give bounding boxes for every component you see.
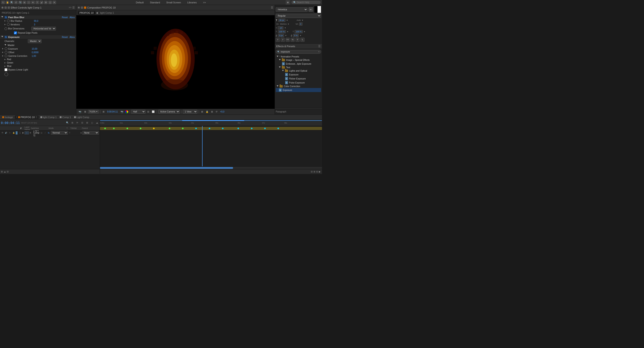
channels-dropdown[interactable]: Master Red Green Blue [28, 39, 42, 43]
hand-tool[interactable]: ✋ [6, 1, 9, 4]
image-special-effects-folder[interactable]: Image – Special Effects [276, 58, 321, 62]
tl-bottom-icon2[interactable]: ☁ [4, 170, 6, 173]
profog10-tab-close[interactable]: × [16, 116, 18, 118]
layer-1-eye[interactable]: 👁 [1, 131, 4, 134]
panel-close-btn[interactable]: × [1, 6, 4, 9]
views-dropdown[interactable]: 1 View 2 Views 4 Views [183, 110, 198, 114]
zoom-tool[interactable]: 🔍 [10, 1, 14, 4]
color-correction-triangle[interactable] [277, 85, 278, 88]
effects-presets-menu[interactable]: ☰ [318, 45, 321, 48]
effects-search-clear[interactable]: × [318, 50, 320, 53]
playhead[interactable] [202, 126, 202, 166]
offset-value[interactable]: 0,0000 [32, 51, 38, 54]
animation-presets-root[interactable]: * Animation Presets [276, 55, 321, 58]
track-bar-1[interactable] [100, 127, 322, 130]
timeline-ctrl-1[interactable]: ⊞ [70, 121, 74, 124]
timeline-tab-comp1[interactable]: Comp 1 [58, 116, 72, 119]
offset-stopwatch[interactable] [5, 51, 8, 54]
search-input[interactable] [297, 1, 317, 4]
puppet-tool[interactable]: ✦ [52, 1, 56, 4]
pulse-exposure-file[interactable]: fx Pulse Exposure [276, 80, 321, 85]
timeline-tab-profog10[interactable]: × PROFOG 10 ☰ [15, 116, 38, 119]
workspace-libraries[interactable]: Libraries [186, 1, 198, 4]
bypass-checkbox[interactable] [4, 68, 8, 71]
baseline-value[interactable]: 0 px [278, 34, 284, 37]
iterations-value[interactable]: 3 [34, 23, 35, 26]
comp-resolution-icon[interactable]: ⊞ [102, 110, 105, 113]
layer-1-sw1[interactable]: ⊟ [40, 131, 43, 134]
tl-right-icon2[interactable]: ⊞ [314, 170, 315, 173]
effects-search-input[interactable] [281, 50, 317, 53]
anchor-tool[interactable]: ⊕ [23, 1, 26, 4]
spacing-value[interactable]: - px [278, 26, 284, 30]
comp-close[interactable]: × [78, 6, 80, 9]
timeline-timecode[interactable]: 0:00:04:11 [1, 121, 20, 124]
layer-1-parent-select[interactable]: None [82, 131, 99, 135]
workspace-default[interactable]: Default [135, 1, 144, 4]
fbb-about[interactable]: Abou [70, 16, 75, 19]
comp-monitor-icon[interactable]: 🖥 [83, 110, 87, 113]
panel-icon[interactable] [4, 6, 7, 9]
blue-triangle[interactable] [4, 66, 6, 67]
comp-tab-lightcomp1[interactable]: light Comp 1 [98, 11, 116, 14]
blur-dim-stopwatch[interactable] [4, 28, 7, 30]
exposure-file-2[interactable]: fx Exposure [276, 88, 321, 92]
text-fmt-t3[interactable]: TT [286, 38, 290, 42]
exposure-file-1[interactable]: fx Exposure [276, 72, 321, 76]
panel-expand[interactable]: >> [69, 6, 72, 9]
workspace-standard[interactable]: Standard [149, 1, 161, 4]
zoom-dropdown[interactable]: 74,6% ▼ [88, 110, 99, 114]
layer-1-solo[interactable]: S [8, 131, 12, 134]
layer-1-expand[interactable] [22, 132, 24, 134]
color-swatch[interactable] [314, 6, 321, 13]
comp-offset[interactable]: +0,0 [219, 110, 226, 113]
timeline-ctrl-2[interactable]: ⟳ [76, 121, 79, 124]
color-correction-folder[interactable]: Color Correction [276, 85, 321, 88]
comp-timecode[interactable]: 0:00:04:11 [106, 110, 118, 113]
blur-radius-value[interactable]: 90,0 [34, 20, 38, 22]
blur-dimensions-dropdown[interactable]: Horizontal and Ve Horizontal Vertical [32, 27, 56, 30]
layer-1-mode-select[interactable]: Normal Add Multiply Screen [51, 131, 68, 135]
work-area-active[interactable] [182, 120, 244, 121]
exp-toggle-triangle[interactable] [1, 36, 3, 38]
panel-pin[interactable] [8, 6, 10, 9]
timeline-search-btn[interactable]: 🔍 [66, 121, 69, 124]
quality-dropdown[interactable]: Half Full Third Quarter [131, 110, 146, 114]
comp-flow-icon[interactable]: ⊞ [210, 110, 214, 113]
gamma-stopwatch[interactable] [5, 54, 8, 57]
exp-reset[interactable]: Reset [62, 36, 68, 38]
lights-optical-folder[interactable]: Lights and Optical [276, 69, 321, 72]
text-fmt-t5[interactable]: T' [296, 38, 300, 42]
rotation-tool[interactable]: ↺ [14, 1, 18, 4]
camera-tool[interactable]: 📷 [18, 1, 22, 4]
active-camera-dropdown[interactable]: Active Camera Camera 1 Top Front [158, 110, 180, 114]
blur-radius-triangle[interactable] [4, 20, 6, 22]
profog10-tab-menu[interactable]: ☰ [36, 116, 37, 118]
tl-bottom-icon3[interactable]: ⊟ [7, 170, 8, 173]
workspace-small-screen[interactable]: Small Screen [166, 1, 182, 4]
text-fmt-t4[interactable]: Tt [290, 38, 294, 42]
tracking-value[interactable]: 0 % [293, 34, 299, 37]
text-fmt-t2[interactable]: T [281, 38, 285, 42]
font-style-dropdown[interactable]: Regular Bold Italic Bold Italic [276, 14, 321, 18]
pen-tool[interactable]: ✒ [31, 1, 35, 4]
text-tool[interactable]: T [36, 1, 39, 4]
timeline-scrollbar[interactable] [100, 166, 322, 169]
text-folder-triangle[interactable] [279, 66, 281, 69]
layer-1-fx-switch[interactable]: fx [47, 131, 50, 134]
tl-bottom-icon1[interactable]: ⊞ [1, 170, 3, 173]
scale-v-value[interactable]: 100 % [294, 30, 303, 33]
red-triangle[interactable] [4, 59, 6, 60]
layer-1-audio[interactable]: 🔊 [5, 131, 8, 134]
comp-menu[interactable]: ☰ [271, 6, 273, 9]
comp-alpha-icon[interactable]: ⬜ [151, 110, 156, 113]
exp-about[interactable]: Abou [70, 36, 75, 38]
timeline-ctrl-4[interactable]: ⊞ [85, 121, 89, 124]
comp-camera-icon[interactable]: 📷 [78, 110, 82, 113]
workspace-more[interactable]: >> [202, 1, 207, 4]
exp-val-stopwatch[interactable] [5, 47, 8, 50]
master-triangle[interactable] [4, 44, 6, 46]
text-fmt-t1[interactable]: T [276, 38, 280, 42]
embosse-file[interactable]: fx Embosse...tiple Exposure [276, 62, 321, 66]
comp-snap-icon[interactable]: 📷 [120, 110, 124, 113]
